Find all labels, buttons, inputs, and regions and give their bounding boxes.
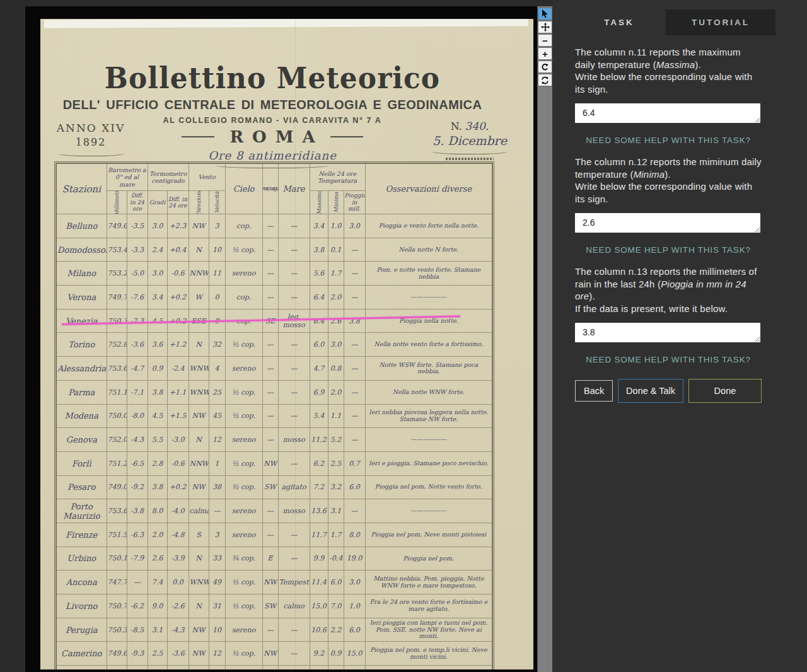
- tab-task[interactable]: TASK: [572, 9, 666, 35]
- col-header-stazioni: Stazioni: [56, 163, 107, 214]
- table-cell: —: [262, 357, 278, 381]
- table-cell: 8.0: [148, 499, 167, 523]
- table-cell: -4.3: [127, 428, 148, 452]
- table-cell: -7.1: [127, 380, 148, 404]
- table-cell: WNW: [262, 666, 278, 669]
- table-cell: mosso: [278, 428, 310, 452]
- table-row: Porto Maurizio753.6-3.88.0-4.0calma—sere…: [56, 499, 492, 523]
- viewer-scrollbar[interactable]: [537, 6, 553, 672]
- tab-tutorial[interactable]: TUTORIAL: [666, 9, 775, 35]
- table-cell: Mattino nebbia. Pom. pioggia. Notte WNW …: [365, 571, 492, 594]
- table-cell: —: [278, 262, 310, 286]
- col-group-nelle24: Nelle 24 ore Temperatura: [310, 163, 365, 191]
- zoom-in-button[interactable]: +: [538, 47, 552, 60]
- table-cell: 2.0: [328, 380, 344, 404]
- table-cell: 2.6: [148, 547, 167, 571]
- table-cell: —: [278, 286, 310, 310]
- col-group-barometro: Barometro a 0° ed al mare: [107, 163, 148, 191]
- table-row: Torino752.8-3.63.6+1.2N32½ cop.——6.03.0—…: [56, 333, 492, 357]
- instruction-term: Massima: [656, 59, 695, 70]
- table-cell: Fra le 24 ore vento forte e fortissimo e…: [365, 594, 492, 618]
- table-cell: 1.0: [328, 214, 344, 238]
- table-cell: 10: [209, 238, 225, 262]
- table-cell: +0.4: [167, 238, 189, 262]
- table-cell: —: [344, 499, 365, 523]
- table-cell: cop.: [225, 214, 262, 238]
- table-cell: ½ cop.: [225, 642, 262, 666]
- table-cell: —: [344, 238, 365, 262]
- table-cell: 9.0: [148, 594, 167, 618]
- table-cell: 49: [209, 571, 225, 594]
- table-cell: -5.8: [127, 666, 148, 669]
- table-cell: —: [278, 357, 310, 381]
- table-cell: -3.6: [127, 333, 148, 357]
- table-cell: sereno: [225, 428, 262, 452]
- answer-input-massima[interactable]: 6.4: [575, 103, 760, 123]
- done-button[interactable]: Done: [688, 379, 762, 403]
- back-button[interactable]: Back: [575, 380, 613, 402]
- cursor-tool-button[interactable]: [538, 8, 552, 20]
- table-cell: 751.5: [107, 523, 127, 547]
- table-cell: 750.3: [107, 618, 127, 642]
- col-group-vento: Vento: [189, 163, 225, 191]
- refresh-icon-button[interactable]: [538, 74, 552, 86]
- table-cell: -0.4: [328, 547, 344, 571]
- table-cell: 6.0: [344, 618, 365, 642]
- table-cell: 5.6: [310, 262, 328, 286]
- table-cell: —: [344, 404, 365, 428]
- table-cell: —: [278, 214, 310, 238]
- document-viewer[interactable]: Bollettino Meteorico DELL' UFFICIO CENTR…: [25, 6, 537, 672]
- issue-number-value: 340.: [465, 120, 489, 132]
- document-subtitle: DELL' UFFICIO CENTRALE DI METEOROLOGIA E…: [40, 98, 504, 112]
- table-cell: 3.6: [148, 333, 167, 357]
- table-cell: 9.3: [328, 666, 344, 669]
- table-cell: -7.9: [127, 547, 148, 571]
- table-row: Pesaro749.0-9.23.8+0.2NW38½ cop.SWagitat…: [56, 475, 492, 499]
- table-cell: Venezia: [56, 309, 107, 333]
- table-cell: -4.7: [127, 357, 148, 381]
- table-cell: 3.1: [148, 618, 167, 642]
- table-cell: agitato: [278, 666, 310, 669]
- rule-right: [330, 136, 363, 137]
- pan-tool-button[interactable]: [538, 21, 552, 33]
- table-cell: 10: [209, 618, 225, 642]
- help-link-minima[interactable]: NEED SOME HELP WITH THIS TASK?: [575, 245, 762, 255]
- table-cell: +1.1: [167, 380, 189, 404]
- table-cell: 2.8: [148, 451, 167, 475]
- table-cell: Ieri nebbia piovosa leggera nella notte.…: [365, 404, 492, 428]
- table-row: Venezia750.3-7.34.5+0.2ESE9cop.SEleg. mo…: [56, 309, 492, 333]
- table-cell: -8.0: [127, 404, 148, 428]
- table-cell: calmo: [278, 594, 310, 618]
- table-cell: NW: [189, 642, 209, 666]
- table-cell: NNW: [189, 451, 209, 475]
- table-cell: 752.8: [107, 333, 127, 357]
- table-cell: +0.2: [167, 286, 189, 310]
- document-year: 1892: [53, 136, 129, 148]
- answer-input-pioggia[interactable]: 3.8: [575, 323, 760, 342]
- col-header-velocita: Velocità: [209, 191, 225, 214]
- table-cell: ½ cop.: [225, 571, 262, 594]
- table-cell: sereno: [225, 262, 262, 286]
- help-link-massima[interactable]: NEED SOME HELP WITH THIS TASK?: [575, 136, 762, 145]
- zoom-out-button[interactable]: −: [538, 34, 552, 47]
- table-cell: NW: [189, 214, 209, 238]
- table-cell: 2.0: [328, 286, 344, 310]
- table-cell: sereno: [225, 357, 262, 381]
- table-cell: SE: [262, 309, 278, 333]
- table-cell: +2.3: [167, 214, 189, 238]
- col-header-massima: Massima: [310, 191, 328, 214]
- col-header-direzione-nubi: Direzione delle nubi: [262, 163, 278, 214]
- table-cell: 751.1: [107, 380, 127, 404]
- instruction-line2: Write below the corresponding value with…: [575, 180, 762, 205]
- table-cell: —: [262, 214, 278, 238]
- table-cell: 0: [209, 286, 225, 310]
- done-talk-button[interactable]: Done & Talk: [618, 379, 683, 403]
- rotate-button[interactable]: [538, 61, 552, 73]
- table-cell: NW: [262, 571, 278, 594]
- answer-input-minima[interactable]: 2.6: [575, 213, 760, 233]
- help-link-pioggia[interactable]: NEED SOME HELP WITH THIS TASK?: [575, 355, 762, 364]
- table-cell: 3.4: [310, 214, 328, 238]
- table-cell: leg. mosso: [278, 309, 310, 333]
- table-cell: 750.7: [107, 594, 127, 618]
- table-cell: Parma: [56, 380, 107, 404]
